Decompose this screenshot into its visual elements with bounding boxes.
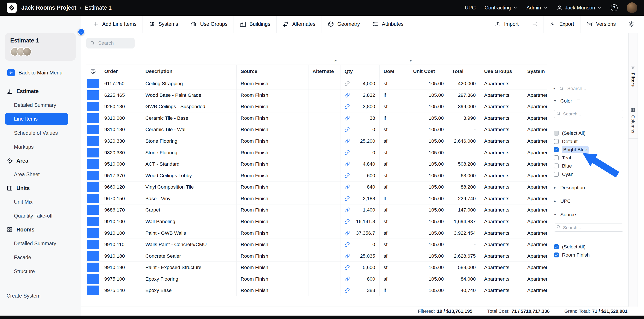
filter-option-cyan[interactable]: Cyan <box>549 170 628 178</box>
link-icon[interactable] <box>344 276 350 282</box>
link-icon[interactable] <box>344 150 350 155</box>
table-row[interactable]: 9670.150Base - VinylRoom Finish2,188lf10… <box>86 193 547 204</box>
table-row[interactable]: 9975.100Epoxy FlooringRoom Finish800sf10… <box>86 273 547 285</box>
sidebar-item-facade[interactable]: Facade <box>0 250 81 264</box>
chevron-down-icon[interactable]: ▾ <box>552 86 556 91</box>
table-row[interactable]: 9910.100Paint - GWB WallsRoom Finish37,3… <box>86 227 547 239</box>
column-group-expand-icon[interactable]: ▸ <box>410 58 412 63</box>
side-tab-filters[interactable]: Filters <box>628 60 638 92</box>
toolbar-add-line-items-button[interactable]: Add Line Items <box>87 16 143 33</box>
sidebar-item-detailed-summary[interactable]: Detailed Summary <box>0 236 81 250</box>
avatar[interactable] <box>626 2 637 13</box>
checkbox[interactable] <box>554 139 559 144</box>
sidebar-item-unit-mix[interactable]: Unit Mix <box>0 195 81 209</box>
link-icon[interactable] <box>344 207 350 213</box>
nav-contracting[interactable]: Contracting <box>485 5 518 11</box>
filter-option-blue[interactable]: Blue <box>549 162 628 170</box>
link-icon[interactable] <box>344 161 350 167</box>
checkbox[interactable] <box>554 155 559 160</box>
avatar[interactable] <box>22 47 32 56</box>
link-icon[interactable] <box>344 242 350 247</box>
sidebar-collapse-button[interactable] <box>78 28 85 35</box>
checkbox[interactable] <box>554 163 559 168</box>
sidebar-item-markups[interactable]: Markups <box>0 140 81 154</box>
column-header-qty[interactable]: Qty <box>340 65 380 78</box>
table-row[interactable]: 6117.250Ceiling StrappingRoom Finish4,00… <box>86 78 547 89</box>
table-row[interactable]: 9320.330Stone FlooringRoom Finish25,200s… <box>86 135 547 147</box>
link-icon[interactable] <box>344 196 350 201</box>
filter-section-upc[interactable]: ▸UPC <box>549 194 628 208</box>
link-icon[interactable] <box>344 288 350 293</box>
checkbox[interactable] <box>554 147 559 152</box>
sidebar-section-rooms[interactable]: Rooms <box>0 223 81 236</box>
filter-section-source[interactable]: ▾Source <box>549 208 628 221</box>
link-icon[interactable] <box>344 230 350 236</box>
toolbar-attributes-button[interactable]: Attributes <box>366 16 410 33</box>
link-icon[interactable] <box>344 219 350 224</box>
filter-option-bright-blue[interactable]: Bright Blue <box>549 145 628 154</box>
link-icon[interactable] <box>344 173 350 178</box>
filter-option-teal[interactable]: Teal <box>549 154 628 162</box>
toolbar-buildings-button[interactable]: Buildings <box>234 16 276 33</box>
table-row[interactable]: 9510.000ACT - StandardRoom Finish4,840sf… <box>86 158 547 170</box>
checkbox[interactable] <box>554 172 559 177</box>
table-row[interactable]: 9910.190Paint - Exposed StructureRoom Fi… <box>86 262 547 273</box>
sidebar-item-area-sheet[interactable]: Area Sheet <box>0 168 81 182</box>
side-tab-columns[interactable]: Columns <box>628 102 638 139</box>
toolbar-scan-button[interactable] <box>525 16 544 33</box>
table-row[interactable]: 9660.120Vinyl Composition TileRoom Finis… <box>86 182 547 193</box>
table-row[interactable]: 6225.465Wood Base - Paint GradeRoom Fini… <box>86 89 547 101</box>
checkbox[interactable] <box>554 131 559 136</box>
sidebar-section-units[interactable]: Units <box>0 182 81 195</box>
table-row[interactable]: 9686.170CarpetRoom Finish1,400sf105.0014… <box>86 204 547 216</box>
table-row[interactable]: 9320.330Stone FlooringRoom Finish0sf105.… <box>86 147 547 159</box>
table-row[interactable]: 9280.130GWB Ceilings - SuspendedRoom Fin… <box>86 101 547 113</box>
checkbox[interactable] <box>554 253 559 258</box>
table-row[interactable]: 9975.140Epoxy BaseRoom Finish388lf105.00… <box>86 285 547 297</box>
filter-option-select-all[interactable]: (Select All) <box>549 243 628 251</box>
toolbar-systems-button[interactable]: Systems <box>142 16 184 33</box>
toolbar-use-groups-button[interactable]: Use Groups <box>184 16 234 33</box>
filter-search-input[interactable] <box>554 224 624 232</box>
filter-section-description[interactable]: ▸Description <box>549 181 628 194</box>
sidebar-item-line-items[interactable]: Line Items <box>5 113 68 125</box>
link-icon[interactable] <box>344 92 350 98</box>
table-row[interactable]: 9517.370Wood Ceilings LobbyRoom Finish60… <box>86 170 547 182</box>
breadcrumb-project[interactable]: Jack Rooms Project <box>21 4 76 11</box>
checkbox[interactable] <box>554 244 559 249</box>
table-row[interactable]: 9910.100Wall PanelingRoom Finish16,141.3… <box>86 216 547 227</box>
toolbar-alternates-button[interactable]: Alternates <box>276 16 322 33</box>
sidebar-item-detailed-summary[interactable]: Detailed Summary <box>0 98 81 112</box>
table-row[interactable]: 9910.110Walls Paint - Concrete/CMURoom F… <box>86 239 547 250</box>
filter-quick-search-input[interactable] <box>566 85 624 92</box>
link-icon[interactable] <box>344 138 350 144</box>
filter-search-input[interactable] <box>554 110 624 118</box>
toolbar-geometry-button[interactable]: Geometry <box>322 16 366 33</box>
column-header-system[interactable]: System <box>523 65 547 78</box>
sidebar-section-estimate[interactable]: Estimate <box>0 84 81 98</box>
column-header-order[interactable]: Order <box>100 65 141 78</box>
column-header-description[interactable]: Description <box>141 65 236 78</box>
link-icon[interactable] <box>344 127 350 132</box>
toolbar-import-button[interactable]: Import <box>488 16 525 33</box>
filter-option-room-finish[interactable]: Room Finish <box>549 251 628 259</box>
column-header-alternate[interactable]: Alternate <box>308 65 340 78</box>
toolbar-versions-button[interactable]: Versions <box>580 16 622 33</box>
app-logo[interactable] <box>7 2 17 13</box>
table-row[interactable]: 9310.000Ceramic Tile - BaseRoom Finish38… <box>86 112 547 124</box>
nav-admin[interactable]: Admin <box>526 5 548 11</box>
table-row[interactable]: 9910.180Concrete SealerRoom Finish25,035… <box>86 250 547 262</box>
sidebar-section-area[interactable]: Area <box>0 154 81 168</box>
back-to-main-menu[interactable]: Back to Main Menu <box>7 69 80 76</box>
filter-option-select-all[interactable]: (Select All) <box>549 129 628 137</box>
filter-section-color[interactable]: ▾Color <box>549 94 628 108</box>
link-icon[interactable] <box>344 184 350 190</box>
column-header-total[interactable]: Total <box>448 65 480 78</box>
sidebar-item-create-system[interactable]: Create System <box>0 289 81 303</box>
column-header-use_groups[interactable]: Use Groups <box>480 65 523 78</box>
table-row[interactable]: 9310.130Ceramic Tile - WallRoom Finish0s… <box>86 124 547 136</box>
column-group-expand-icon[interactable]: ▸ <box>335 58 337 63</box>
toolbar-settings-button[interactable] <box>622 16 640 33</box>
column-header-swatch[interactable] <box>86 65 100 78</box>
help-icon[interactable]: ? <box>611 4 618 11</box>
